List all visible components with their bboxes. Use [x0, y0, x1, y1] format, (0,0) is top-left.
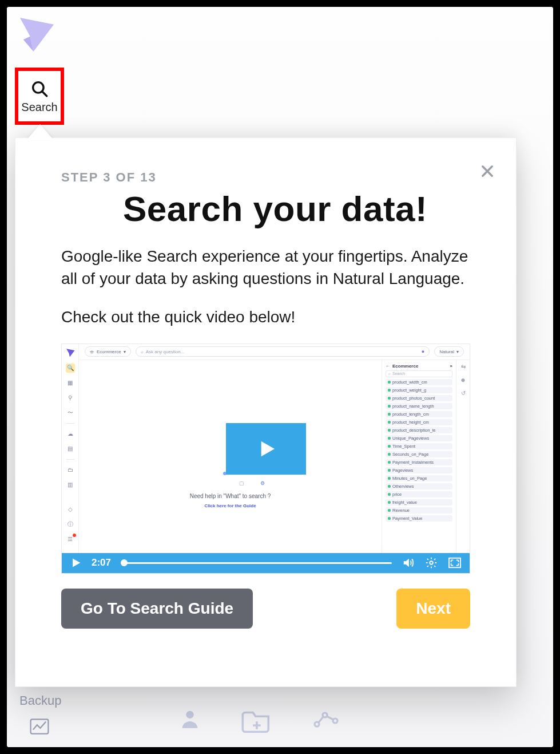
trend-icon: 〜: [66, 408, 75, 417]
play-icon: [255, 437, 277, 460]
video-seek-bar[interactable]: [121, 562, 392, 564]
field-pill: freight_value: [386, 499, 452, 506]
field-pill-label: Minutes_on_Page: [392, 476, 427, 481]
field-pill: Revenue: [386, 507, 452, 514]
sidebar-item-search[interactable]: Search: [15, 68, 64, 125]
field-pill: product_photos_count: [386, 395, 452, 401]
chevron-left-icon: ←: [386, 364, 390, 369]
svg-line-1: [42, 91, 47, 96]
mic-icon: ●: [422, 349, 424, 354]
side-panel-search: ⌕ Search: [386, 370, 452, 377]
video-settings-control[interactable]: [425, 556, 438, 569]
fullscreen-icon: [448, 556, 462, 569]
field-pill: price: [386, 491, 452, 498]
mode-label: Natural: [439, 349, 454, 354]
video-volume-control[interactable]: [402, 556, 415, 569]
video-controls: 2:07: [62, 553, 470, 573]
guide-link: Click here for the Guide: [79, 503, 382, 508]
field-pill: Payment_Instalments: [386, 459, 452, 465]
field-pill: Seconds_on_Page: [386, 451, 452, 457]
field-pill: product_description_le: [386, 427, 452, 433]
search-icon: ⌕: [388, 372, 391, 376]
field-pill: product_name_length: [386, 403, 452, 409]
search-icon: [30, 79, 49, 98]
pin-icon: ⚲: [66, 393, 75, 402]
help-text: Need help in "What" to search ?: [79, 493, 382, 499]
popover-arrow: [26, 124, 54, 140]
folder-icon: [241, 707, 272, 733]
onboarding-popover: STEP 3 OF 13 Search your data! Google-li…: [15, 137, 517, 687]
popover-body-1: Google-like Search experience at your fi…: [61, 245, 470, 290]
field-pill-label: product_weight_g: [392, 388, 426, 393]
close-button[interactable]: [476, 160, 499, 183]
search-icon: 🔍: [66, 364, 75, 373]
side-panel-title-text: Ecommerce: [392, 364, 418, 369]
svg-point-7: [186, 711, 193, 719]
database-icon: ▤: [66, 444, 75, 453]
app-background: Search STEP 3 OF 13 Search your data! Go…: [7, 7, 553, 747]
source-chip-label: Ecommerce: [97, 349, 121, 354]
field-pill-label: product_description_le: [392, 428, 435, 433]
next-button[interactable]: Next: [396, 589, 470, 629]
field-pill-label: Seconds_on_Page: [392, 452, 428, 457]
source-chip: ⌯ Ecommerce ▾: [85, 346, 131, 357]
field-pill-label: price: [392, 492, 402, 497]
connection-icon: ⇆: [461, 364, 466, 370]
video-app-topbar: ⌯ Ecommerce ▾ ⌕ Ask any question... ●: [79, 344, 470, 360]
field-pill: Otherviews: [386, 483, 452, 489]
video-play-control[interactable]: [70, 557, 81, 569]
field-pill: Time_Spent: [386, 443, 452, 449]
field-pill: Minutes_on_Page: [386, 475, 452, 481]
link-icon: ⌯: [90, 349, 94, 354]
svg-point-8: [315, 722, 319, 727]
close-icon: [479, 163, 495, 179]
settings-icon: ⚙: [260, 480, 265, 486]
image-icon: ▢: [239, 480, 244, 486]
field-pill: product_length_cm: [386, 411, 452, 417]
video-time: 2:07: [92, 557, 111, 569]
go-to-search-guide-button[interactable]: Go To Search Guide: [61, 589, 253, 629]
sidebar-item-label: Search: [21, 101, 57, 114]
field-pill: Pageviews: [386, 467, 452, 473]
logo-icon: [65, 348, 76, 358]
trend-icon: [312, 707, 340, 730]
video-fullscreen-control[interactable]: [448, 556, 462, 569]
logo-icon: [15, 13, 57, 55]
chart-icon: [30, 719, 49, 737]
field-pill-label: product_name_length: [392, 404, 434, 409]
video-search-input: ⌕ Ask any question... ●: [136, 346, 430, 357]
field-pill-label: Revenue: [392, 508, 410, 513]
field-pill-label: product_photos_count: [392, 396, 435, 401]
user-icon: [178, 707, 201, 730]
popover-title: Search your data!: [123, 188, 470, 229]
video-side-panel: ← Ecommerce » ⌕ Search product_width_cmp…: [382, 360, 456, 553]
video-play-button[interactable]: [226, 423, 306, 475]
play-icon: [70, 557, 81, 569]
background-icons: [178, 707, 340, 733]
video-app-left-rail: 🔍 ▦ ⚲ 〜 ☁ ▤ 🗀 ▥ ◇ ⓘ ☰: [62, 344, 79, 553]
popover-button-row: Go To Search Guide Next: [61, 589, 470, 629]
dashboard-icon: ▦: [66, 378, 75, 388]
field-pill: product_weight_g: [386, 387, 452, 393]
notification-icon: ☰: [66, 535, 75, 544]
side-search-placeholder: Search: [392, 372, 405, 376]
layers-icon: ▥: [66, 480, 75, 489]
field-pill-label: Unique_Pageviews: [392, 436, 429, 441]
cloud-icon: ☁: [66, 429, 75, 439]
field-pill-label: Time_Spent: [392, 444, 415, 449]
side-panel-title: ← Ecommerce »: [386, 364, 452, 369]
step-indicator: STEP 3 OF 13: [61, 170, 470, 185]
user-icon: ☻: [460, 377, 466, 383]
gear-icon: [425, 556, 438, 569]
chevron-down-icon: ▾: [456, 349, 459, 354]
field-pill: product_width_cm: [386, 379, 452, 385]
video-search-placeholder: Ask any question...: [146, 349, 185, 354]
sidebar-collapse-icon: »: [450, 364, 452, 369]
field-pill-label: Payment_Value: [392, 516, 422, 521]
field-pill: product_height_cm: [386, 419, 452, 425]
field-pill-label: product_width_cm: [392, 380, 427, 385]
popover-body-2: Check out the quick video below!: [61, 306, 470, 328]
mode-select: Natural ▾: [434, 346, 464, 357]
field-pill-label: product_height_cm: [392, 420, 429, 425]
search-icon: ⌕: [141, 349, 144, 354]
